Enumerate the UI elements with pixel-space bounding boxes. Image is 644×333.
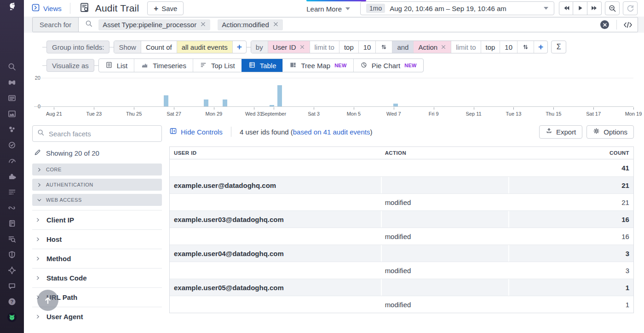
- x-axis-tick-label: Sat 27: [156, 111, 191, 117]
- column-header-user-id[interactable]: USER ID: [170, 150, 381, 156]
- search-bar[interactable]: Search for Asset Type:pipeline_processor…: [32, 17, 638, 32]
- aggregation-select[interactable]: Count of: [141, 41, 177, 53]
- nav-integrations-icon[interactable]: [7, 171, 17, 181]
- save-button[interactable]: + Save: [147, 1, 184, 15]
- user-id-cell: example.user@datadoghq.com: [170, 177, 381, 193]
- clear-search-icon[interactable]: [600, 20, 609, 29]
- zoom-out-button[interactable]: [605, 1, 620, 15]
- nav-security-shield-icon[interactable]: [7, 250, 17, 259]
- time-range-picker[interactable]: 1mo Aug 20, 10:46 am – Sep 19, 10:46 am: [360, 1, 554, 15]
- play-button[interactable]: [573, 1, 587, 15]
- facet-item-status-code[interactable]: Status Code: [32, 268, 162, 287]
- datadog-logo-icon[interactable]: [7, 1, 17, 11]
- user-avatar[interactable]: [7, 312, 17, 322]
- hide-controls-button[interactable]: Hide Controls: [169, 127, 223, 136]
- limit-value[interactable]: 10: [500, 41, 517, 53]
- tab-tree-map[interactable]: Tree Map NEW: [282, 59, 353, 72]
- table-row[interactable]: example.user@datadoghq.com21: [170, 176, 633, 193]
- chart-bar[interactable]: [204, 99, 208, 106]
- tab-pie-chart[interactable]: Pie Chart NEW: [353, 59, 423, 72]
- options-button[interactable]: Options: [586, 125, 634, 139]
- tab-top-list[interactable]: Top List: [193, 59, 242, 72]
- table-row[interactable]: modified3: [170, 262, 633, 279]
- column-header-count[interactable]: COUNT: [508, 150, 633, 156]
- sort-order-button[interactable]: [375, 41, 392, 53]
- table-row[interactable]: example.user05@datadoghq.com1: [170, 279, 633, 296]
- add-groupby-button[interactable]: +: [534, 41, 547, 53]
- top-select[interactable]: top: [339, 41, 358, 53]
- facet-group-authentication[interactable]: AUTHENTICATION: [32, 179, 162, 191]
- search-for-label: Search for: [33, 18, 79, 32]
- tab-timeseries[interactable]: Timeseries: [134, 59, 193, 72]
- nav-watchdog-icon[interactable]: [7, 77, 17, 87]
- facet-search-input[interactable]: [49, 130, 157, 138]
- tab-table[interactable]: Table: [242, 59, 283, 72]
- nav-search-icon[interactable]: [7, 62, 17, 71]
- table-row[interactable]: example.user03@datadoghq.com16: [170, 210, 633, 228]
- count-cell: 3: [508, 245, 633, 262]
- nav-monitors-icon[interactable]: [7, 140, 17, 150]
- chart-bar[interactable]: [270, 105, 274, 106]
- chart-bar[interactable]: [393, 104, 398, 106]
- nav-notebook-icon[interactable]: [7, 218, 17, 228]
- summary-link[interactable]: based on 41 audit events: [293, 128, 370, 136]
- skip-back-button[interactable]: [559, 1, 573, 15]
- app-nav-rail: ?: [0, 0, 24, 333]
- limit-value[interactable]: 10: [358, 41, 376, 53]
- refresh-button[interactable]: [623, 1, 638, 15]
- formula-sigma-button[interactable]: Σ: [551, 41, 566, 53]
- facet-item-method[interactable]: Method: [32, 249, 162, 268]
- nav-log-explorer-icon[interactable]: [7, 234, 17, 244]
- raw-query-code-icon[interactable]: [623, 20, 633, 29]
- nav-network-map-icon[interactable]: [7, 265, 17, 275]
- facet-item-client-ip[interactable]: Client IP: [32, 210, 162, 229]
- measure-select[interactable]: all audit events: [177, 41, 232, 53]
- export-icon: [546, 128, 552, 136]
- nav-toplist-icon[interactable]: [7, 187, 17, 197]
- sort-order-button[interactable]: [517, 41, 534, 53]
- nav-help-icon[interactable]: ?: [7, 297, 17, 306]
- filter-chip-asset-type[interactable]: Asset Type:pipeline_processor: [98, 19, 210, 30]
- remove-groupby-icon[interactable]: [441, 43, 446, 51]
- skip-forward-button[interactable]: [587, 1, 602, 15]
- learn-more-label: Learn More: [306, 5, 342, 13]
- groupby-user-id[interactable]: User ID: [268, 41, 310, 53]
- facet-showing-row[interactable]: Showing 20 of 20: [32, 148, 162, 158]
- facet-item-host[interactable]: Host: [32, 229, 162, 249]
- chart-bar[interactable]: [277, 85, 282, 106]
- user-id-cell: [170, 228, 381, 245]
- views-button[interactable]: Views: [31, 3, 62, 13]
- nav-apm-gauge-icon[interactable]: [7, 156, 17, 165]
- chart-plot-area[interactable]: Aug 21Tue 23Thu 25Sat 27Mon 29Wed 31Sept…: [34, 78, 633, 107]
- chart-bar[interactable]: [223, 99, 227, 106]
- nav-metrics-icon[interactable]: [7, 109, 17, 118]
- export-button[interactable]: Export: [539, 125, 582, 139]
- nav-events-icon[interactable]: [7, 93, 17, 103]
- add-measure-button[interactable]: +: [232, 41, 246, 53]
- groupby-action[interactable]: Action: [413, 41, 451, 53]
- tab-list[interactable]: List: [99, 59, 134, 72]
- count-cell: 3: [508, 262, 633, 279]
- nav-processes-icon[interactable]: [7, 124, 17, 134]
- table-row[interactable]: modified1: [170, 296, 633, 313]
- table-row[interactable]: 41: [170, 159, 633, 176]
- nav-chat-icon[interactable]: [7, 281, 17, 291]
- table-row[interactable]: example.user04@datadoghq.com3: [170, 245, 633, 262]
- show-label: Show: [114, 41, 141, 53]
- filter-chip-action[interactable]: Action:modified: [218, 19, 283, 30]
- remove-filter-icon[interactable]: [200, 21, 206, 29]
- facet-group-core[interactable]: CORE: [32, 164, 162, 175]
- scroll-to-top-button[interactable]: [37, 290, 58, 311]
- table-row[interactable]: modified21: [170, 193, 633, 210]
- action-cell: modified: [381, 228, 508, 245]
- column-header-action[interactable]: ACTION: [381, 150, 508, 156]
- chart-bar[interactable]: [164, 95, 168, 106]
- learn-more-button[interactable]: Learn More: [306, 4, 350, 13]
- nav-service-trace-icon[interactable]: [7, 203, 17, 212]
- facet-group-web-access[interactable]: WEB ACCESS: [32, 194, 162, 206]
- top-select[interactable]: top: [481, 41, 500, 53]
- facet-search-box[interactable]: [32, 125, 162, 142]
- remove-groupby-icon[interactable]: [299, 43, 305, 51]
- table-row[interactable]: modified16: [170, 228, 633, 245]
- remove-filter-icon[interactable]: [273, 21, 279, 29]
